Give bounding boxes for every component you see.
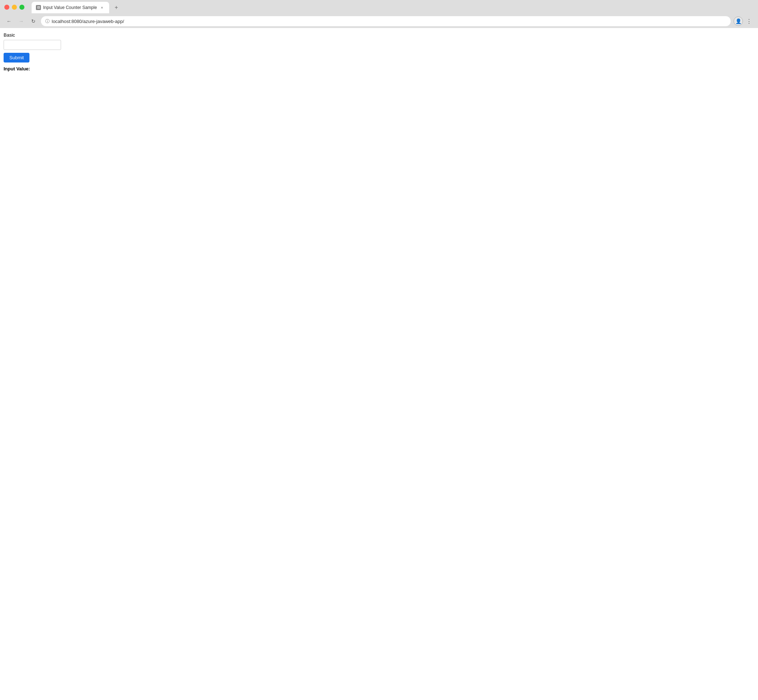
reload-button[interactable]: ↻	[29, 17, 38, 26]
basic-section: Basic Submit Input Value:	[3, 32, 755, 72]
window-controls	[4, 5, 24, 10]
browser-menu-button[interactable]: ⋮	[744, 17, 754, 26]
address-input[interactable]	[52, 19, 727, 24]
toolbar-right: 👤 ⋮	[734, 17, 754, 26]
close-window-button[interactable]	[4, 5, 9, 10]
submit-button[interactable]: Submit	[3, 53, 30, 62]
active-tab[interactable]: 🖼 Input Value Counter Sample ×	[31, 2, 109, 13]
browser-chrome: 🖼 Input Value Counter Sample × + ← → ↻ ⓘ…	[0, 0, 758, 28]
page-content: Basic Submit Input Value:	[0, 28, 758, 689]
tab-title: Input Value Counter Sample	[43, 5, 97, 10]
input-value-label: Input Value:	[3, 66, 755, 72]
navigation-toolbar: ← → ↻ ⓘ 👤 ⋮	[0, 14, 758, 28]
title-bar: 🖼 Input Value Counter Sample × +	[0, 0, 758, 14]
tab-close-button[interactable]: ×	[99, 5, 105, 10]
address-bar[interactable]: ⓘ	[41, 16, 731, 26]
maximize-window-button[interactable]	[19, 5, 24, 10]
back-button[interactable]: ←	[4, 17, 14, 26]
profile-icon: 👤	[735, 18, 741, 24]
minimize-window-button[interactable]	[12, 5, 17, 10]
new-tab-button[interactable]: +	[111, 3, 122, 12]
tab-bar: 🖼 Input Value Counter Sample × +	[27, 2, 126, 13]
basic-text-input[interactable]	[3, 40, 61, 50]
profile-button[interactable]: 👤	[734, 17, 743, 26]
address-bar-security-icon: ⓘ	[45, 18, 50, 24]
section-label: Basic	[3, 32, 755, 38]
forward-button[interactable]: →	[17, 17, 26, 26]
tab-favicon-icon: 🖼	[36, 5, 41, 10]
